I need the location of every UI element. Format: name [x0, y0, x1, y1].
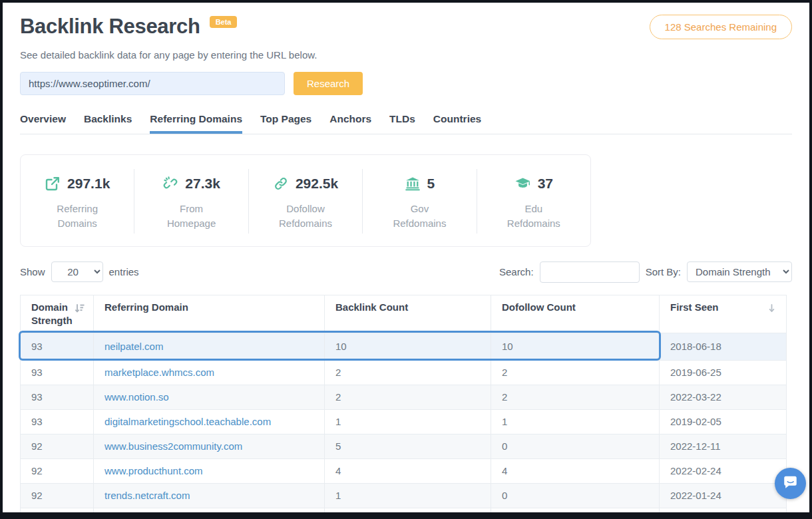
link-icon [273, 176, 289, 192]
tab-countries[interactable]: Countries [433, 113, 481, 134]
table-row[interactable]: 93 www.notion.so 2 2 2022-03-22 [21, 385, 787, 409]
first-seen-cell: 2022-01-24 [660, 483, 787, 508]
stat-value: 5 [427, 176, 435, 192]
table-controls: Show 20 entries Search: Sort By: Domain … [20, 261, 792, 283]
backlink-count-cell: 10 [325, 333, 491, 360]
column-header-dofollow-count[interactable]: Dofollow Count [491, 295, 660, 333]
dofollow-count-cell: 0 [491, 434, 660, 458]
tab-top-pages[interactable]: Top Pages [260, 113, 311, 134]
backlink-count-cell: 1 [325, 483, 491, 508]
tab-backlinks[interactable]: Backlinks [84, 113, 132, 134]
referring-domain-link[interactable]: marketplace.whmcs.com [104, 367, 214, 378]
entries-label: entries [109, 266, 139, 277]
sort-amount-down-icon [74, 303, 85, 317]
table-header-row: Domain Strength [21, 295, 787, 333]
url-research-form: Research [20, 72, 792, 95]
tab-bar: Overview Backlinks Referring Domains Top… [20, 113, 792, 134]
table-row[interactable]: 92 www.business2community.com 5 0 2022-1… [21, 434, 787, 458]
stat-label: Referring Domains [41, 202, 114, 231]
tab-overview[interactable]: Overview [20, 113, 66, 134]
domain-strength-cell [21, 508, 94, 519]
dofollow-count-cell: 4 [491, 458, 660, 483]
stat-dofollow-refdomains: 292.5k Dofollow Refdomains [249, 169, 363, 234]
stat-gov-refdomains: 5 Gov Refdomains [363, 169, 477, 234]
referring-domains-table: Domain Strength [20, 295, 792, 519]
table-row[interactable]: 93 digitalmarketingschool.teachable.com … [21, 409, 787, 434]
table-row[interactable]: 93 marketplace.whmcs.com 2 2 2019-06-25 [21, 360, 787, 385]
domain-strength-cell: 93 [21, 333, 94, 360]
show-label: Show [20, 266, 45, 277]
stat-edu-refdomains: 37 Edu Refdomains [477, 169, 590, 234]
first-seen-cell: 2022-02-24 [660, 458, 787, 483]
tab-tlds[interactable]: TLDs [389, 113, 415, 134]
chat-bubble-icon [781, 473, 799, 494]
header: Backlink Research Beta 128 Searches Rema… [20, 15, 792, 39]
first-seen-cell: 2019-06-25 [660, 360, 787, 385]
dofollow-count-cell: 2 [491, 360, 660, 385]
dofollow-count-cell: 0 [491, 483, 660, 508]
column-header-backlink-count[interactable]: Backlink Count [325, 295, 491, 333]
stats-card: 297.1k Referring Domains 27.3k From Home… [20, 154, 591, 247]
tab-referring-domains[interactable]: Referring Domains [150, 113, 242, 134]
stat-value: 27.3k [185, 176, 220, 192]
domain-strength-cell: 92 [21, 458, 94, 483]
table-row[interactable]: 92 trends.netcraft.com 1 0 2022-01-24 [21, 483, 787, 508]
referring-domain-link[interactable]: www.business2community.com [104, 440, 242, 452]
backlink-count-cell: 4 [325, 458, 491, 483]
backlink-count-cell: 5 [325, 434, 491, 458]
domain-strength-cell: 93 [21, 409, 94, 434]
first-seen-cell: 2022-03-22 [660, 385, 787, 409]
backlink-count-cell: 2 [325, 360, 491, 385]
table-row[interactable] [21, 508, 787, 519]
beta-badge: Beta [210, 16, 238, 28]
stat-value: 297.1k [67, 176, 110, 192]
url-input[interactable] [20, 72, 285, 95]
dofollow-count-cell: 1 [491, 409, 660, 434]
domain-strength-cell: 93 [21, 360, 94, 385]
chat-launcher-button[interactable] [775, 468, 806, 499]
table-row[interactable]: 93 neilpatel.com 10 10 2018-06-18 [21, 333, 787, 360]
dofollow-count-cell: 2 [491, 385, 660, 409]
sort-by-select[interactable]: Domain Strength [687, 261, 792, 282]
sort-down-arrow-icon [767, 303, 777, 317]
bank-icon [405, 176, 421, 192]
page-size-select[interactable]: 20 [51, 261, 103, 282]
domain-strength-cell: 93 [21, 385, 94, 409]
referring-domain-link[interactable]: www.producthunt.com [104, 465, 203, 476]
external-link-icon [45, 176, 61, 192]
stat-label: Gov Refdomains [383, 202, 456, 231]
first-seen-cell: 2022-12-11 [660, 434, 787, 458]
first-seen-cell [660, 508, 787, 519]
first-seen-cell: 2018-06-18 [660, 333, 787, 360]
referring-domain-link[interactable]: www.notion.so [104, 391, 169, 403]
searches-remaining-button[interactable]: 128 Searches Remaining [650, 15, 792, 39]
backlink-count-cell: 1 [325, 409, 491, 434]
stat-label: Dofollow Refdomains [269, 202, 342, 231]
backlink-count-cell [325, 508, 491, 519]
column-header-first-seen[interactable]: First Seen [660, 295, 787, 333]
stat-value: 37 [538, 176, 553, 192]
column-header-domain-strength[interactable]: Domain Strength [21, 295, 94, 333]
referring-domain-link[interactable]: digitalmarketingschool.teachable.com [104, 416, 271, 427]
sort-by-label: Sort By: [646, 266, 681, 277]
dofollow-count-cell: 10 [491, 333, 660, 360]
table-row[interactable]: 92 www.producthunt.com 4 4 2022-02-24 [21, 458, 787, 483]
stat-label: Edu Refdomains [497, 202, 570, 231]
page-title: Backlink Research [20, 15, 200, 39]
column-header-referring-domain[interactable]: Referring Domain [94, 295, 325, 333]
stat-from-homepage: 27.3k From Homepage [134, 169, 248, 234]
first-seen-cell: 2019-02-05 [660, 409, 787, 434]
stat-label: From Homepage [155, 202, 228, 231]
search-label: Search: [499, 266, 534, 277]
backlink-count-cell: 2 [325, 385, 491, 409]
tab-anchors[interactable]: Anchors [329, 113, 371, 134]
referring-domain-link[interactable]: neilpatel.com [104, 341, 163, 352]
domain-strength-cell: 92 [21, 434, 94, 458]
domain-strength-cell: 92 [21, 483, 94, 508]
page: Backlink Research Beta 128 Searches Rema… [3, 3, 809, 519]
search-input[interactable] [540, 261, 640, 283]
research-button[interactable]: Research [294, 72, 363, 95]
stat-referring-domains: 297.1k Referring Domains [21, 169, 134, 234]
referring-domain-link[interactable]: trends.netcraft.com [104, 490, 190, 501]
graduation-cap-icon [514, 176, 531, 192]
